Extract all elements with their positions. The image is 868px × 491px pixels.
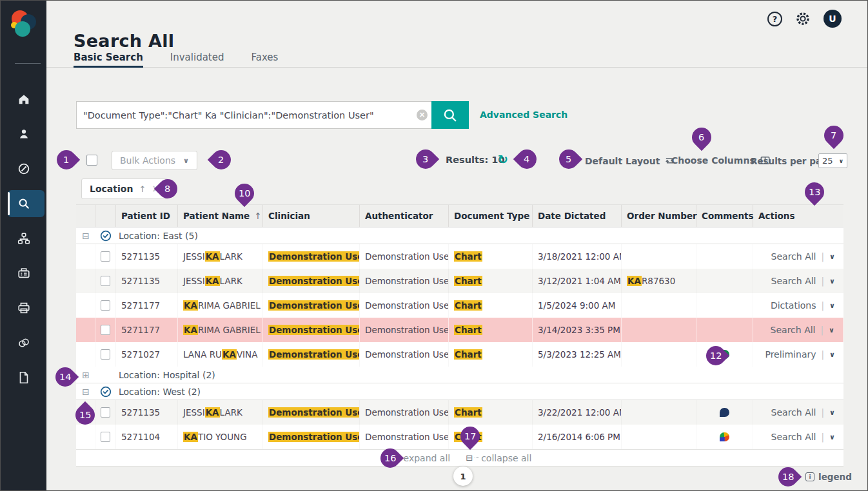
row-checkbox[interactable] bbox=[101, 407, 110, 418]
help-icon[interactable]: ? bbox=[767, 12, 782, 26]
group-check-icon[interactable] bbox=[95, 386, 116, 398]
tab-faxes[interactable]: Faxes bbox=[252, 52, 279, 68]
sidebar-item-patients[interactable] bbox=[1, 117, 46, 151]
action-chevron-down-icon[interactable]: ∨ bbox=[829, 277, 835, 285]
column-header-document-type[interactable]: Document Type bbox=[449, 205, 533, 227]
row-action-link[interactable]: Search All bbox=[771, 407, 816, 418]
row-checkbox[interactable] bbox=[101, 276, 110, 286]
text-segment: LARK bbox=[220, 251, 242, 262]
cell-document-type: Chart bbox=[449, 342, 533, 367]
column-header-actions[interactable]: Actions bbox=[753, 205, 843, 227]
row-action-link[interactable]: Search All bbox=[771, 251, 816, 262]
cell-order-number bbox=[622, 318, 696, 342]
sidebar-item-home[interactable] bbox=[1, 82, 46, 117]
group-collapse-icon[interactable]: ⊟ bbox=[76, 231, 95, 241]
action-chevron-down-icon[interactable]: ∨ bbox=[829, 351, 835, 359]
search-term-highlight: KA bbox=[183, 325, 198, 335]
advanced-search-link[interactable]: Advanced Search bbox=[480, 110, 567, 120]
search-input[interactable] bbox=[76, 101, 431, 129]
sidebar-item-search[interactable] bbox=[1, 186, 46, 221]
group-expand-icon[interactable]: ⊞ bbox=[76, 370, 95, 380]
callout-number: 6 bbox=[698, 132, 704, 142]
row-checkbox[interactable] bbox=[101, 349, 110, 360]
column-header-patient-name[interactable]: Patient Name↑ bbox=[178, 205, 263, 227]
action-chevron-down-icon[interactable]: ∨ bbox=[829, 433, 835, 441]
text-segment: JESSI bbox=[183, 407, 205, 418]
user-avatar[interactable]: U bbox=[824, 10, 842, 28]
default-layout-label: Default Layout bbox=[585, 156, 660, 166]
sidebar-item-fax[interactable] bbox=[1, 256, 46, 291]
collapse-all-button[interactable]: ⊟ collapse all bbox=[466, 453, 531, 463]
row-checkbox[interactable] bbox=[101, 300, 110, 311]
sort-asc-icon[interactable]: ↑ bbox=[139, 184, 146, 194]
tab-basic-search[interactable]: Basic Search bbox=[74, 52, 143, 68]
sidebar-item-worklist[interactable] bbox=[1, 221, 46, 256]
row-action-link[interactable]: Search All bbox=[771, 276, 816, 286]
home-icon bbox=[17, 92, 31, 106]
clear-search-icon[interactable]: × bbox=[417, 110, 428, 120]
legend-button[interactable]: i legend bbox=[805, 472, 852, 482]
row-action-link[interactable]: Search All bbox=[771, 325, 816, 335]
bulk-actions-label: Bulk Actions bbox=[120, 155, 175, 166]
cell-document-type: Chart bbox=[449, 244, 533, 269]
action-chevron-down-icon[interactable]: ∨ bbox=[829, 302, 835, 310]
sort-asc-icon[interactable]: ↑ bbox=[254, 211, 261, 221]
bulk-actions-select[interactable]: Bulk Actions ∨ bbox=[112, 151, 197, 170]
row-action-link[interactable]: Preliminary bbox=[765, 349, 816, 360]
cell-comments bbox=[696, 425, 753, 449]
page-button-1[interactable]: 1 bbox=[453, 467, 473, 486]
row-action-link[interactable]: Search All bbox=[771, 432, 816, 442]
row-checkbox[interactable] bbox=[101, 432, 110, 442]
column-header-date-dictated[interactable]: Date Dictated bbox=[533, 205, 622, 227]
results-per-page-select[interactable]: 25 ∨ bbox=[818, 153, 847, 168]
column-header-authenticator[interactable]: Authenticator bbox=[360, 205, 449, 227]
action-chevron-down-icon[interactable]: ∨ bbox=[829, 409, 835, 417]
default-layout-button[interactable]: Default Layout bbox=[585, 155, 675, 166]
row-checkbox[interactable] bbox=[101, 325, 110, 335]
search-button[interactable] bbox=[431, 101, 469, 129]
action-chevron-down-icon[interactable]: ∨ bbox=[829, 326, 834, 334]
table-row: 5271135JESSIKA LARKDemonstration UserDem… bbox=[76, 400, 843, 425]
text-segment: R87630 bbox=[642, 276, 675, 286]
cell-clinician: Demonstration User bbox=[263, 244, 360, 269]
cell-patient-id: 5271104 bbox=[116, 425, 178, 449]
column-header-order-number[interactable]: Order Number bbox=[622, 205, 696, 227]
comment-bubble-icon[interactable] bbox=[720, 432, 729, 441]
search-term-highlight: Chart bbox=[454, 325, 482, 335]
group-collapse-icon[interactable]: ⊟ bbox=[76, 387, 95, 397]
sidebar-item-dashboard[interactable] bbox=[1, 151, 46, 186]
expand-all-label: expand all bbox=[404, 453, 451, 463]
row-action-link[interactable]: Dictations bbox=[771, 300, 816, 311]
collapse-all-label: collapse all bbox=[481, 453, 531, 463]
row-checkbox[interactable] bbox=[101, 251, 110, 262]
cell-actions: Search All|∨ bbox=[753, 269, 843, 293]
select-all-checkbox[interactable] bbox=[86, 155, 97, 166]
action-chevron-down-icon[interactable]: ∨ bbox=[829, 253, 835, 261]
column-header-clinician[interactable]: Clinician bbox=[263, 205, 360, 227]
cell-order-number bbox=[622, 342, 696, 367]
table-row: 5271177KARIMA GABRIELDemonstration UserD… bbox=[76, 318, 843, 342]
tab-invalidated[interactable]: Invalidated bbox=[170, 52, 224, 68]
sidebar-item-print[interactable] bbox=[1, 291, 46, 325]
cell-actions: Search All|∨ bbox=[753, 400, 843, 425]
cell-document-type: Chart bbox=[449, 269, 533, 293]
settings-gear-icon[interactable] bbox=[795, 11, 811, 26]
comment-bubble-icon[interactable] bbox=[720, 408, 729, 417]
cell-patient-name: JESSIKA LARK bbox=[178, 400, 263, 425]
cell-date-dictated: 3/14/2023 3:35 PM bbox=[533, 318, 622, 342]
column-header-patient-id[interactable]: Patient ID bbox=[116, 205, 178, 227]
callout-number: 2 bbox=[218, 155, 224, 165]
cell-order-number bbox=[622, 400, 696, 425]
sidebar-item-links[interactable] bbox=[1, 325, 46, 360]
info-icon: i bbox=[805, 472, 814, 481]
row-spacer-cell bbox=[76, 293, 95, 318]
cell-patient-id: 5271177 bbox=[116, 293, 178, 318]
cell-authenticator: Demonstration User bbox=[360, 269, 449, 293]
sidebar-item-documents[interactable] bbox=[1, 360, 46, 395]
cell-document-type: Chart bbox=[449, 293, 533, 318]
group-check-icon[interactable] bbox=[95, 230, 116, 242]
cell-patient-id: 5271027 bbox=[116, 342, 178, 367]
column-header-comments[interactable]: Comments bbox=[696, 205, 753, 227]
refresh-icon[interactable]: ↻ bbox=[498, 152, 508, 166]
callout-number: 10 bbox=[239, 188, 250, 198]
